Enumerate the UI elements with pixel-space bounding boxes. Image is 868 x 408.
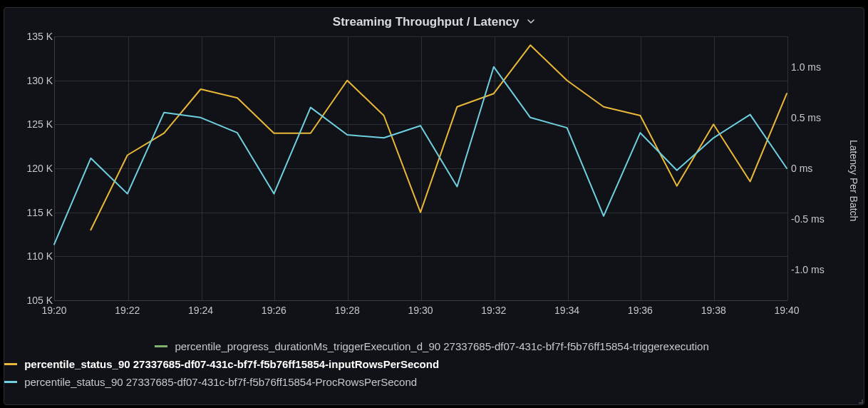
legend-label: percentile_status_90 27337685-df07-431c-… (24, 358, 439, 370)
x-tick: 19:40 (774, 305, 799, 316)
x-tick: 19:26 (262, 305, 286, 316)
x-tick: 19:20 (41, 305, 66, 316)
y-left-tick: 130 K (10, 75, 53, 86)
y-right-tick: 0.5 ms (791, 112, 848, 123)
resize-handle-icon[interactable] (857, 398, 863, 404)
legend: percentile_progress_durationMs_triggerEx… (4, 337, 859, 391)
legend-item[interactable]: percentile_status_90 27337685-df07-431c-… (4, 373, 859, 391)
y-left-tick: 135 K (10, 31, 53, 42)
x-tick: 19:36 (628, 305, 653, 316)
plot[interactable]: 105 K 110 K 115 K 120 K 125 K 130 K 135 … (9, 36, 861, 329)
y-left-tick: 110 K (10, 250, 53, 262)
panel-title[interactable]: Streaming Throughput / Latency (333, 15, 520, 29)
x-tick: 19:32 (481, 305, 506, 316)
y-right-tick: -0.5 ms (791, 213, 848, 225)
legend-item[interactable]: percentile_progress_durationMs_triggerEx… (4, 337, 859, 355)
x-tick: 19:28 (335, 305, 360, 316)
legend-label: percentile_progress_durationMs_triggerEx… (175, 340, 708, 352)
chart-lines (54, 36, 787, 300)
x-tick: 19:34 (554, 305, 579, 316)
x-tick: 19:30 (408, 305, 433, 316)
chart-panel: Streaming Throughput / Latency 105 K 110… (4, 7, 864, 405)
legend-item[interactable]: percentile_status_90 27337685-df07-431c-… (4, 355, 859, 373)
y-right-tick: 1.0 ms (791, 61, 848, 73)
chevron-down-icon[interactable] (527, 17, 535, 26)
x-tick: 19:38 (701, 305, 726, 316)
y-left-tick: 120 K (10, 163, 53, 174)
legend-label: percentile_status_90 27337685-df07-431c-… (24, 376, 417, 388)
y-right-axis-title: Latency Per Batch (848, 140, 859, 221)
x-tick: 19:22 (115, 305, 140, 316)
legend-swatch-icon (4, 381, 17, 383)
y-left-tick: 125 K (10, 118, 53, 130)
legend-swatch-icon (155, 345, 167, 347)
y-left-tick: 115 K (10, 207, 53, 218)
x-tick: 19:24 (188, 305, 213, 316)
y-right-tick: 0 ms (791, 163, 848, 174)
panel-title-row[interactable]: Streaming Throughput / Latency (4, 15, 864, 29)
legend-swatch-icon (4, 363, 17, 365)
y-right-tick: -1.0 ms (791, 264, 848, 275)
